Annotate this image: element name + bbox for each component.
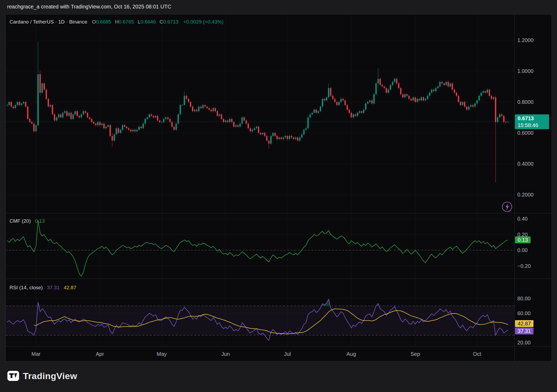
cmf-pane-label: CMF (20) 0.13 <box>10 218 45 224</box>
time-axis-label: Jul <box>284 351 291 357</box>
price-axis-label: 1.0000 <box>517 68 533 74</box>
price-axis-label: 0.8000 <box>517 99 533 105</box>
price-axis-label: 0.2000 <box>517 192 533 198</box>
rsi-ma-badge: 42.87 <box>515 320 533 327</box>
ohlc-high: H0.6765 <box>115 19 134 25</box>
time-axis-label: Aug <box>347 351 356 357</box>
ohlc-low: L0.6646 <box>138 19 156 25</box>
cmf-title[interactable]: CMF (20) <box>10 218 31 224</box>
price-axis-label: 0.4000 <box>517 161 533 167</box>
time-axis-label: Sep <box>411 351 420 357</box>
lightning-icon <box>504 203 510 210</box>
cmf-axis-label: 0.40 <box>517 216 528 222</box>
attribution-text: reachgrace_a created with TradingView.co… <box>7 4 171 10</box>
chart-canvas[interactable]: 1.20001.00000.80000.60000.40000.20000.40… <box>0 0 557 392</box>
price-badge-countdown: 15:58:46 <box>518 122 546 129</box>
rsi-pane-label: RSI (14, close) 37.31 42.87 <box>10 285 76 291</box>
rsi-band <box>6 306 514 335</box>
lightning-button[interactable] <box>502 202 512 212</box>
price-axis-label: 0.6000 <box>517 130 533 136</box>
rsi-value: 37.31 <box>47 285 60 291</box>
tradingview-wordmark: TradingView <box>23 371 77 381</box>
symbol-info-row: Cardano / TetherUS · 1D · Binance O0.668… <box>10 19 224 25</box>
rsi-ma-value: 42.87 <box>64 285 76 291</box>
time-axis-label: Oct <box>473 351 481 357</box>
price-badge: 0.6713 15:58:46 <box>515 114 549 129</box>
rsi-axis-label: 60.00 <box>517 310 531 316</box>
time-axis-label: Apr <box>96 351 104 357</box>
cmf-value: 0.13 <box>35 218 45 224</box>
tradingview-logo[interactable]: TradingView <box>7 370 77 382</box>
price-change: +0.0029 (+0.43%) <box>183 19 224 25</box>
time-axis-label: Jun <box>221 351 230 357</box>
rsi-axis-label: 20.00 <box>517 340 531 346</box>
tradingview-logo-mark <box>7 370 19 382</box>
rsi-badge: 37.31 <box>515 328 533 334</box>
symbol-title[interactable]: Cardano / TetherUS · 1D · Binance <box>10 19 87 25</box>
ohlc-values: O0.6685 H0.6765 L0.6646 C0.6713 <box>92 19 178 25</box>
price-badge-price: 0.6713 <box>518 115 546 122</box>
cmf-badge: 0.13 <box>515 236 531 243</box>
ohlc-open: O0.6685 <box>92 19 111 25</box>
time-axis-label: Mar <box>31 351 41 357</box>
rsi-axis-label: 80.00 <box>517 296 531 301</box>
price-axis-label: 1.2000 <box>517 37 533 43</box>
cmf-axis-label: 0.00 <box>517 247 528 253</box>
time-axis-label: May <box>157 351 167 357</box>
ohlc-close: C0.6713 <box>160 19 179 25</box>
rsi-title[interactable]: RSI (14, close) <box>10 285 43 291</box>
cmf-axis-label: −0.20 <box>517 263 531 269</box>
